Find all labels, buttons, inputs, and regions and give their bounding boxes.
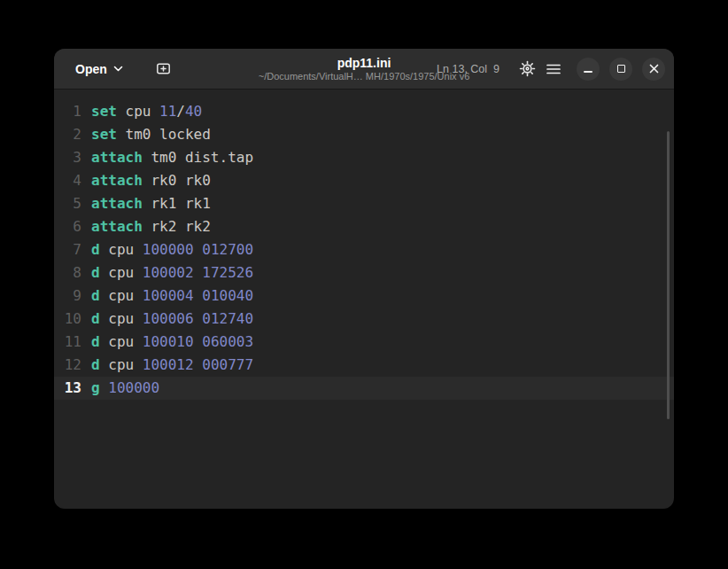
editor-line[interactable]: 13g 100000 <box>54 377 674 400</box>
tab-new-icon <box>156 62 171 75</box>
editor-line[interactable]: 10d cpu 100006 012740 <box>54 308 674 331</box>
line-number: 1 <box>54 100 81 123</box>
code-text: d cpu 100000 012700 <box>91 238 253 261</box>
code-text: attach rk2 rk2 <box>91 215 211 238</box>
line-number: 7 <box>54 238 81 261</box>
minimize-button[interactable] <box>577 58 600 81</box>
cursor-position-button[interactable]: Ln 13, Col 9 <box>431 59 505 79</box>
editor-line[interactable]: 9d cpu 100004 010040 <box>54 284 674 308</box>
maximize-button[interactable] <box>609 58 632 81</box>
code-text: attach rk1 rk1 <box>91 192 211 215</box>
vertical-scrollbar[interactable] <box>667 131 670 419</box>
line-number: 5 <box>54 192 81 215</box>
minimize-icon <box>584 71 592 73</box>
editor-line[interactable]: 8d cpu 100002 172526 <box>54 261 674 284</box>
editor-line[interactable]: 7d cpu 100000 012700 <box>54 238 674 261</box>
main-menu-button[interactable] <box>540 56 567 82</box>
headerbar-right: Ln 13, Col 9 <box>431 56 674 82</box>
code-text: attach rk0 rk0 <box>91 169 211 192</box>
editor-line[interactable]: 11d cpu 100010 060003 <box>54 331 674 354</box>
line-number: 10 <box>54 308 81 331</box>
headerbar-left: Open <box>54 56 178 82</box>
editor-line[interactable]: 12d cpu 100012 000777 <box>54 354 674 377</box>
editor-line[interactable]: 1set cpu 11/40 <box>54 100 674 123</box>
code-text: d cpu 100004 010040 <box>91 284 253 308</box>
line-number: 11 <box>54 331 81 354</box>
document-settings-button[interactable] <box>514 56 540 82</box>
code-text: attach tm0 dist.tap <box>91 146 253 169</box>
editor-line[interactable]: 2set tm0 locked <box>54 123 674 146</box>
line-number: 9 <box>54 284 81 308</box>
chevron-down-icon <box>113 66 123 72</box>
code-text: set tm0 locked <box>91 123 211 146</box>
editor-line[interactable]: 4attach rk0 rk0 <box>54 169 674 192</box>
code-text: set cpu 11/40 <box>91 100 202 123</box>
editor-line[interactable]: 6attach rk2 rk2 <box>54 215 674 238</box>
line-number: 3 <box>54 146 81 169</box>
headerbar: Open pdp11.ini ~/Documents/VirtualH… MH/… <box>54 49 674 89</box>
line-number: 6 <box>54 215 81 238</box>
code-text: d cpu 100012 000777 <box>91 354 253 377</box>
text-editor-window: Open pdp11.ini ~/Documents/VirtualH… MH/… <box>54 49 674 509</box>
hamburger-menu-icon <box>546 64 561 74</box>
close-icon <box>649 64 659 74</box>
maximize-icon <box>617 65 625 73</box>
gear-icon <box>519 60 536 77</box>
line-number: 4 <box>54 169 81 192</box>
new-tab-button[interactable] <box>150 56 178 82</box>
code-text: d cpu 100006 012740 <box>91 308 253 331</box>
code-text: g 100000 <box>91 377 159 400</box>
open-button[interactable]: Open <box>68 56 130 82</box>
open-button-label: Open <box>75 62 107 76</box>
line-number: 12 <box>54 354 81 377</box>
editor-area[interactable]: 1set cpu 11/402set tm0 locked3attach tm0… <box>54 89 674 509</box>
editor-line[interactable]: 5attach rk1 rk1 <box>54 192 674 215</box>
line-number: 13 <box>54 377 81 400</box>
code-text: d cpu 100002 172526 <box>91 261 253 284</box>
code-text: d cpu 100010 060003 <box>91 331 253 354</box>
editor-line[interactable]: 3attach tm0 dist.tap <box>54 146 674 169</box>
close-button[interactable] <box>642 58 665 81</box>
editor-lines: 1set cpu 11/402set tm0 locked3attach tm0… <box>54 100 674 400</box>
line-number: 8 <box>54 261 81 284</box>
line-number: 2 <box>54 123 81 146</box>
